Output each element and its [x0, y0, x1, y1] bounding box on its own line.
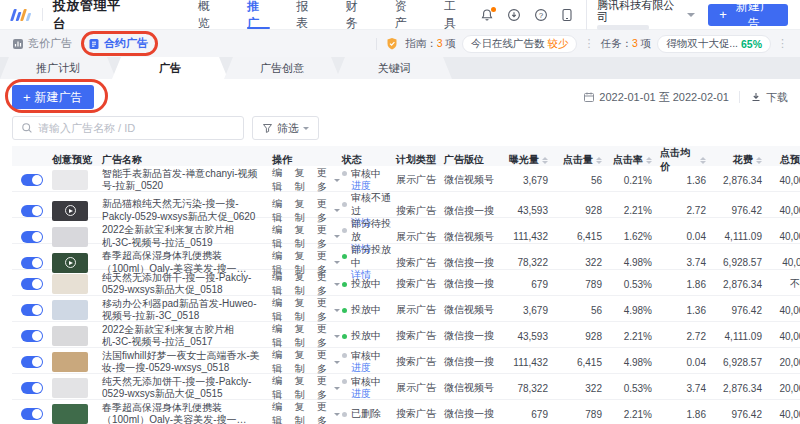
more-button[interactable]: 更多 [317, 270, 340, 298]
ad-enable-toggle[interactable] [21, 231, 43, 243]
sort-icon[interactable] [542, 157, 548, 164]
more-button[interactable]: 更多 [317, 223, 340, 251]
download-button[interactable]: 下载 [750, 90, 788, 105]
edit-button[interactable]: 编辑 [272, 296, 288, 324]
nav-item-overview[interactable]: 概览 [185, 0, 234, 29]
ctr-value: 1.62% [608, 231, 658, 242]
account-switcher[interactable]: 腾讯科技有限公司 [586, 0, 695, 30]
tab-ads[interactable]: 广告 [112, 57, 228, 79]
tab-keywords[interactable]: 关键词 [336, 57, 452, 79]
new-ad-button-header[interactable]: + 新建广告 [708, 4, 788, 26]
copy-button[interactable]: 复制 [294, 400, 310, 424]
new-ad-button[interactable]: + 新建广告 [12, 85, 94, 109]
download-center-icon[interactable] [507, 8, 521, 22]
notification-bell-icon[interactable] [480, 8, 494, 22]
edit-button[interactable]: 编辑 [272, 400, 288, 424]
mobile-device-icon[interactable] [561, 8, 573, 22]
column-header-ctr[interactable]: 点击率 [608, 153, 658, 167]
copy-button[interactable]: 复制 [294, 296, 310, 324]
copy-button[interactable]: 复制 [294, 374, 310, 402]
sort-icon[interactable] [646, 157, 652, 164]
more-button[interactable]: 更多 [317, 197, 340, 225]
copy-button[interactable]: 复制 [294, 223, 310, 251]
filter-button[interactable]: 筛选 [252, 116, 319, 140]
column-header-spend[interactable]: 花费 [712, 153, 768, 167]
ad-name[interactable]: 新品猫粮纯天然无污染-搜一搜-Pakcly-0529-wxsys新品大促_062… [100, 198, 270, 223]
creative-thumbnail[interactable] [52, 170, 88, 190]
nav-item-assets[interactable]: 资产 [382, 0, 431, 29]
ad-name[interactable]: 智能手表新品首发-禅意chanyi-视频号-拉新_0520 [100, 168, 270, 193]
ad-name[interactable]: 移动办公利器pad新品首发-Huweo-视频号-拉新-3C_0518 [100, 298, 270, 323]
creative-thumbnail[interactable] [52, 352, 88, 372]
copy-button[interactable]: 复制 [294, 197, 310, 225]
creative-thumbnail[interactable] [52, 404, 88, 424]
edit-button[interactable]: 编辑 [272, 166, 288, 194]
ad-enable-toggle[interactable] [21, 278, 43, 290]
nav-item-promotion[interactable]: 推广 [234, 0, 283, 29]
date-range-picker[interactable]: 2022-01-01 至 2022-02-01 [583, 90, 729, 105]
creative-thumbnail[interactable] [52, 326, 88, 346]
task-more-icon[interactable]: ⋮ [777, 37, 788, 50]
status-detail-link[interactable]: 进度 [351, 180, 394, 193]
more-button[interactable]: 更多 [317, 348, 340, 376]
status-detail-link[interactable]: 进度 [351, 388, 394, 401]
ad-name[interactable]: 纯天然无添加饼干-搜一搜-Pakcly-0529-wxsys新品大促_0518 [100, 272, 270, 297]
copy-button[interactable]: 复制 [294, 348, 310, 376]
nav-item-tools[interactable]: 工具 [431, 0, 480, 29]
ad-enable-toggle[interactable] [21, 304, 43, 316]
edit-button[interactable]: 编辑 [272, 223, 288, 251]
column-header-exposure[interactable]: 曝光量 [500, 153, 554, 167]
guide-pill[interactable]: 今日在线广告数 较少 [462, 35, 578, 53]
guide-more-icon[interactable]: ⋮ [583, 37, 594, 50]
ad-enable-toggle[interactable] [21, 257, 43, 269]
creative-thumbnail[interactable] [52, 253, 88, 273]
creative-thumbnail[interactable] [52, 227, 88, 247]
ad-name[interactable]: 纯天然无添加饼干-搜一搜-Pakcly-0529-wxsys新品大促_0515 [100, 376, 270, 401]
edit-button[interactable]: 编辑 [272, 374, 288, 402]
ad-enable-toggle[interactable] [21, 382, 43, 394]
copy-button[interactable]: 复制 [294, 166, 310, 194]
divider [376, 38, 377, 50]
ad-enable-toggle[interactable] [21, 356, 43, 368]
tab-creative[interactable]: 广告创意 [224, 57, 340, 79]
nav-item-reports[interactable]: 报表 [283, 0, 332, 29]
plan-type: 展示广告 [394, 381, 442, 395]
status-detail-link[interactable]: 进度 [351, 362, 394, 375]
more-button[interactable]: 更多 [317, 296, 340, 324]
copy-button[interactable]: 复制 [294, 270, 310, 298]
more-button[interactable]: 更多 [317, 166, 340, 194]
edit-button[interactable]: 编辑 [272, 322, 288, 350]
more-button[interactable]: 更多 [317, 322, 340, 350]
ad-name[interactable]: 2022全新款宝利来复古胶片相机-3C-视频号-拉活_0519 [100, 224, 270, 249]
tab-contract-ads[interactable]: 合约广告 [88, 36, 148, 51]
help-icon[interactable]: ? [534, 8, 548, 22]
tab-plan[interactable]: 推广计划 [0, 57, 116, 79]
column-header-clicks[interactable]: 点击量 [554, 153, 608, 167]
sort-icon[interactable] [700, 157, 706, 164]
creative-thumbnail[interactable] [52, 201, 88, 221]
nav-item-finance[interactable]: 财务 [332, 0, 381, 29]
tab-bidding-ads[interactable]: 竞价广告 [12, 36, 72, 51]
edit-button[interactable]: 编辑 [272, 197, 288, 225]
search-input[interactable] [38, 122, 235, 134]
edit-button[interactable]: 编辑 [272, 270, 288, 298]
creative-thumbnail[interactable] [52, 274, 88, 294]
copy-button[interactable]: 复制 [294, 322, 310, 350]
sort-icon[interactable] [596, 157, 602, 164]
creative-thumbnail[interactable] [52, 378, 88, 398]
sort-icon[interactable] [756, 157, 762, 164]
creative-thumbnail[interactable] [52, 300, 88, 320]
ad-name[interactable]: 法国fiwhill好梦一夜女士高端香水-美妆-搜一搜-0529-wxsys_05… [100, 350, 270, 375]
more-button[interactable]: 更多 [317, 374, 340, 402]
edit-button[interactable]: 编辑 [272, 348, 288, 376]
toggle-knob [32, 409, 42, 419]
ad-name[interactable]: 春季超高保湿身体乳便携装（100ml）Oaly-美容美发-搜一搜-0382--w… [100, 402, 270, 424]
ad-enable-toggle[interactable] [21, 408, 43, 420]
ad-enable-toggle[interactable] [21, 205, 43, 217]
task-pill[interactable]: 得物双十大促... 65% [657, 35, 771, 53]
ad-enable-toggle[interactable] [21, 174, 43, 186]
more-button[interactable]: 更多 [317, 400, 340, 424]
ad-enable-toggle[interactable] [21, 330, 43, 342]
column-header-cpc[interactable]: 点击均价 [658, 146, 712, 174]
ad-name[interactable]: 2022全新款宝利来复古胶片相机-3C-视频号-拉活_0517 [100, 324, 270, 349]
